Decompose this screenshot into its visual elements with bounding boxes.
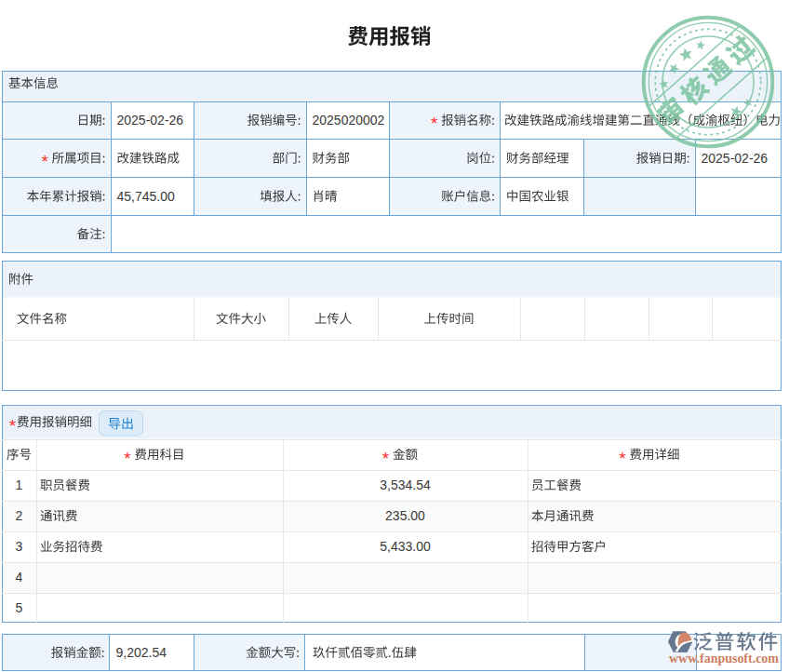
svg-text:3: 3 (16, 539, 23, 554)
svg-text:*: * (431, 114, 438, 133)
svg-text:5,433.00: 5,433.00 (380, 539, 431, 554)
svg-text:9,202.54: 9,202.54 (116, 645, 167, 660)
svg-text:*: * (124, 449, 131, 468)
svg-text:2: 2 (16, 508, 23, 523)
svg-text:235.00: 235.00 (385, 508, 425, 523)
svg-text:2025-02-26: 2025-02-26 (117, 113, 184, 128)
svg-text:*: * (619, 449, 626, 468)
svg-text:2025-02-26: 2025-02-26 (702, 151, 769, 166)
svg-text:www.fanpusoft.com: www.fanpusoft.com (669, 651, 779, 665)
svg-text:*: * (382, 449, 390, 468)
svg-text:5: 5 (16, 600, 23, 615)
svg-text:4: 4 (16, 570, 23, 585)
svg-text:3,534.54: 3,534.54 (380, 477, 431, 492)
svg-text:2025020002: 2025020002 (313, 113, 385, 128)
svg-text:*: * (41, 152, 48, 171)
svg-text:45,745.00: 45,745.00 (117, 189, 175, 204)
svg-text:1: 1 (16, 477, 23, 492)
svg-text:*: * (9, 416, 17, 436)
